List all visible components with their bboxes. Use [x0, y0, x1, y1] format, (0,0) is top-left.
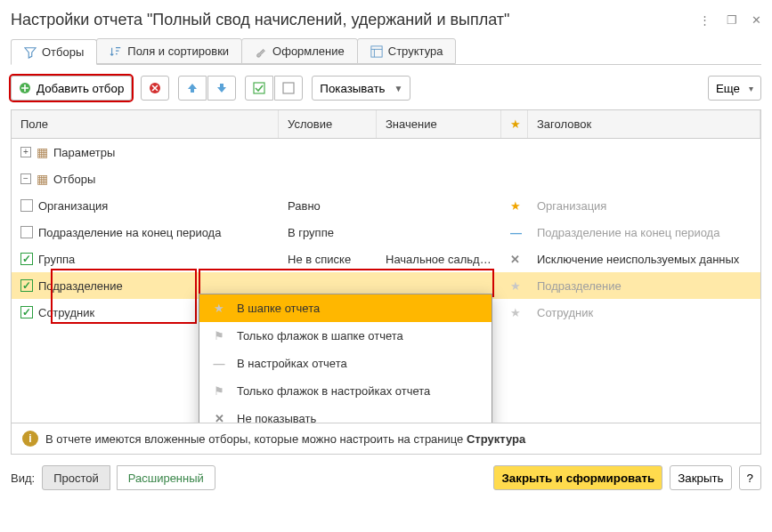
- star-icon[interactable]: ★: [510, 279, 521, 293]
- grid-header: Поле Условие Значение ★ Заголовок: [11, 109, 761, 139]
- button-label: Еще: [716, 82, 740, 95]
- tab-filters[interactable]: Отборы: [11, 39, 97, 65]
- checkall-icon: [253, 82, 265, 94]
- grid-body: + ▦ Параметры − ▦ Отборы ОрганизацияРавн…: [11, 139, 761, 423]
- view-simple-button[interactable]: Простой: [42, 465, 110, 490]
- star-icon[interactable]: ★: [510, 199, 521, 213]
- tab-label: Структура: [388, 44, 443, 58]
- expand-icon[interactable]: +: [20, 147, 31, 157]
- popup-item-label: Только флажок в настройках отчета: [237, 384, 430, 398]
- uncheck-all-button[interactable]: [274, 76, 303, 101]
- filter-star[interactable]: ✕: [501, 248, 528, 270]
- toolbar: Добавить отбор Показывать ▼ Еще ▾: [11, 65, 761, 109]
- filter-condition[interactable]: В группе: [279, 222, 377, 244]
- tab-label: Поля и сортировки: [127, 44, 229, 58]
- apply-close-button[interactable]: Закрыть и сформировать: [493, 465, 662, 490]
- node-label: Отборы: [53, 173, 95, 186]
- add-filter-button[interactable]: Добавить отбор: [11, 76, 132, 101]
- brush-icon: [255, 45, 267, 58]
- popup-item[interactable]: ★В шапке отчета: [199, 294, 492, 322]
- x-icon[interactable]: ✕: [510, 253, 520, 266]
- filter-label: Группа: [38, 253, 75, 266]
- plus-icon: [19, 82, 31, 94]
- checkbox[interactable]: [20, 226, 33, 238]
- popup-item[interactable]: ✕Не показывать: [199, 405, 492, 423]
- close-icon[interactable]: ✕: [752, 13, 761, 27]
- minimize-icon[interactable]: ❐: [727, 13, 735, 27]
- col-star[interactable]: ★: [501, 110, 528, 138]
- folder-icon: ▦: [37, 172, 48, 186]
- show-dropdown[interactable]: Показывать ▼: [312, 76, 410, 101]
- filter-star[interactable]: ★: [501, 195, 528, 217]
- checkbox[interactable]: ✓: [20, 279, 33, 292]
- filter-condition[interactable]: Не в списке: [279, 248, 377, 270]
- svg-rect-3: [254, 83, 264, 93]
- filter-title: Организация: [528, 195, 760, 217]
- show-popup: ★В шапке отчета⚑Только флажок в шапке от…: [199, 294, 492, 423]
- window-title: Настройки отчета "Полный свод начислений…: [11, 11, 509, 29]
- view-label: Вид:: [11, 472, 35, 485]
- filter-title: Сотрудник: [528, 302, 760, 324]
- help-button[interactable]: ?: [739, 465, 761, 490]
- filter-label: Подразделение: [38, 279, 123, 293]
- popup-item[interactable]: ⚑Только флажок в настройках отчета: [199, 377, 492, 405]
- checkbox[interactable]: ✓: [20, 306, 33, 318]
- col-field[interactable]: Поле: [12, 110, 279, 138]
- filter-star[interactable]: —: [501, 222, 528, 244]
- filter-title: Подразделение на конец периода: [528, 222, 760, 244]
- close-button[interactable]: Закрыть: [670, 465, 731, 490]
- arrow-up-icon: [186, 82, 199, 94]
- caret-down-icon: ▼: [394, 84, 402, 93]
- button-label: Показывать: [320, 82, 385, 95]
- button-label: Добавить отбор: [37, 82, 124, 95]
- filter-row[interactable]: Подразделение на конец периодаВ группе—П…: [12, 219, 760, 246]
- delete-button[interactable]: [141, 76, 169, 101]
- filter-condition[interactable]: [279, 281, 377, 290]
- col-value[interactable]: Значение: [377, 110, 501, 138]
- filter-row[interactable]: ✓ГруппаНе в спискеНачальное сальдо…✕Искл…: [12, 246, 760, 272]
- filter-title: Подразделение: [528, 275, 760, 297]
- view-advanced-button[interactable]: Расширенный: [117, 465, 215, 490]
- filter-row[interactable]: ОрганизацияРавно★Организация: [12, 192, 760, 219]
- structure-icon: [370, 45, 383, 58]
- more-button[interactable]: Еще ▾: [708, 76, 761, 101]
- filter-value[interactable]: [377, 281, 501, 290]
- tree-node-parameters[interactable]: + ▦ Параметры: [12, 139, 760, 165]
- tab-label: Отборы: [42, 45, 84, 59]
- bottom-bar: Вид: Простой Расширенный Закрыть и сформ…: [11, 455, 761, 490]
- checkbox[interactable]: [20, 199, 33, 212]
- popup-item[interactable]: ⚑Только флажок в шапке отчета: [199, 322, 492, 350]
- tab-structure[interactable]: Структура: [357, 38, 457, 64]
- popup-item-icon: —: [212, 357, 226, 370]
- caret-down-icon: ▾: [749, 84, 753, 93]
- star-icon[interactable]: ★: [510, 306, 521, 319]
- col-condition[interactable]: Условие: [279, 110, 377, 138]
- tabs: Отборы Поля и сортировки Оформление Стру…: [11, 38, 761, 65]
- collapse-icon[interactable]: −: [20, 173, 31, 184]
- filter-label: Организация: [38, 199, 108, 213]
- filter-star[interactable]: ★: [501, 302, 528, 324]
- funnel-icon: [24, 46, 37, 59]
- dash-icon[interactable]: —: [510, 226, 522, 239]
- filter-condition[interactable]: Равно: [279, 195, 377, 217]
- kebab-icon[interactable]: ⋮: [699, 13, 711, 27]
- filter-value[interactable]: Начальное сальдо…: [377, 248, 501, 270]
- move-down-button[interactable]: [207, 76, 236, 101]
- checkbox[interactable]: ✓: [20, 253, 33, 265]
- filter-star[interactable]: ★: [501, 275, 528, 297]
- filter-value[interactable]: [377, 228, 501, 237]
- popup-item[interactable]: —В настройках отчета: [199, 350, 492, 377]
- popup-item-icon: ✕: [212, 412, 226, 423]
- tree-node-filters[interactable]: − ▦ Отборы: [12, 165, 760, 192]
- filter-title: Исключение неиспользуемых данных: [528, 248, 760, 270]
- col-title[interactable]: Заголовок: [528, 110, 760, 138]
- check-all-button[interactable]: [245, 76, 273, 101]
- tab-fields[interactable]: Поля и сортировки: [96, 38, 242, 64]
- filter-value[interactable]: [377, 201, 501, 210]
- tab-label: Оформление: [272, 44, 345, 58]
- info-text: В отчете имеются вложенные отборы, котор…: [45, 432, 525, 446]
- tab-design[interactable]: Оформление: [241, 38, 358, 64]
- info-link[interactable]: Структура: [467, 432, 525, 446]
- info-icon: i: [22, 431, 38, 447]
- move-up-button[interactable]: [178, 76, 207, 101]
